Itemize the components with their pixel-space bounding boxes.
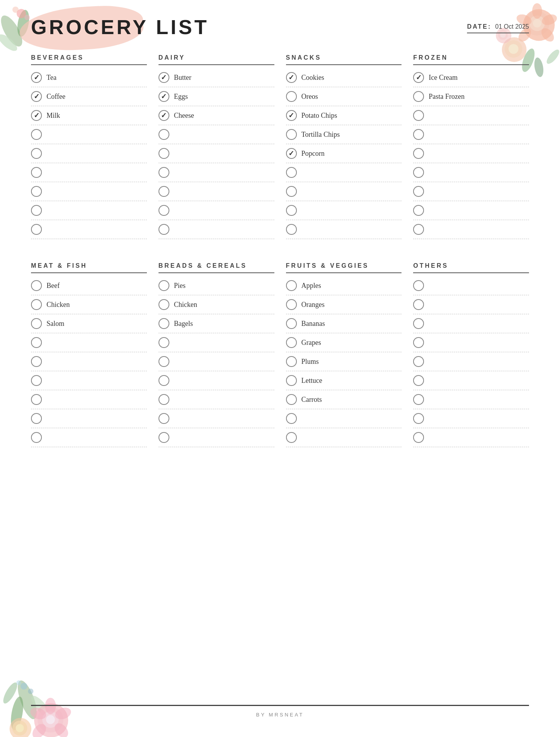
checkbox[interactable] [31, 356, 42, 367]
checkbox[interactable] [413, 432, 424, 443]
list-item[interactable]: Lettuce [286, 371, 402, 390]
list-item[interactable]: ✓Cheese [159, 106, 274, 125]
list-item[interactable]: Bananas [286, 314, 402, 333]
checkbox[interactable]: ✓ [159, 72, 169, 83]
list-item[interactable]: ✓Butter [159, 68, 274, 87]
checkbox[interactable] [31, 394, 42, 405]
checkbox[interactable]: ✓ [286, 148, 297, 159]
checkbox[interactable] [413, 394, 424, 405]
list-item[interactable] [413, 314, 529, 333]
list-item[interactable]: ✓Eggs [159, 87, 274, 106]
checkbox[interactable] [286, 394, 297, 405]
list-item[interactable] [413, 182, 529, 201]
checkbox[interactable] [286, 186, 297, 197]
list-item[interactable]: Pasta Frozen [413, 87, 529, 106]
checkbox[interactable] [159, 413, 169, 424]
list-item[interactable] [413, 276, 529, 295]
list-item[interactable]: ✓Coffee [31, 87, 147, 106]
checkbox[interactable] [413, 167, 424, 178]
list-item[interactable] [31, 428, 147, 447]
checkbox[interactable] [31, 299, 42, 310]
list-item[interactable] [286, 409, 402, 428]
checkbox[interactable] [159, 186, 169, 197]
checkbox[interactable] [286, 129, 297, 140]
list-item[interactable] [413, 333, 529, 352]
list-item[interactable] [159, 390, 274, 409]
list-item[interactable] [413, 163, 529, 182]
list-item[interactable] [159, 352, 274, 371]
checkbox[interactable]: ✓ [31, 72, 42, 83]
checkbox[interactable] [413, 337, 424, 348]
checkbox[interactable] [286, 432, 297, 443]
list-item[interactable] [31, 144, 147, 163]
list-item[interactable] [413, 144, 529, 163]
checkbox[interactable] [159, 318, 169, 329]
list-item[interactable] [413, 220, 529, 239]
list-item[interactable] [31, 125, 147, 144]
list-item[interactable] [31, 409, 147, 428]
checkbox[interactable] [413, 205, 424, 216]
checkbox[interactable] [286, 280, 297, 291]
checkbox[interactable] [31, 148, 42, 159]
checkbox[interactable] [413, 413, 424, 424]
checkbox[interactable] [413, 356, 424, 367]
list-item[interactable]: Salom [31, 314, 147, 333]
list-item[interactable] [159, 163, 274, 182]
list-item[interactable] [159, 182, 274, 201]
checkbox[interactable] [31, 224, 42, 235]
list-item[interactable] [413, 352, 529, 371]
list-item[interactable]: Beef [31, 276, 147, 295]
checkbox[interactable]: ✓ [31, 110, 42, 121]
checkbox[interactable] [159, 337, 169, 348]
checkbox[interactable] [413, 224, 424, 235]
checkbox[interactable] [286, 413, 297, 424]
list-item[interactable]: Bagels [159, 314, 274, 333]
list-item[interactable] [413, 125, 529, 144]
checkbox[interactable] [413, 280, 424, 291]
list-item[interactable]: Tortilla Chips [286, 125, 402, 144]
checkbox[interactable] [31, 318, 42, 329]
checkbox[interactable] [31, 205, 42, 216]
list-item[interactable] [31, 352, 147, 371]
list-item[interactable]: ✓Tea [31, 68, 147, 87]
list-item[interactable] [286, 163, 402, 182]
list-item[interactable] [159, 201, 274, 220]
checkbox[interactable] [413, 299, 424, 310]
checkbox[interactable] [159, 432, 169, 443]
checkbox[interactable] [413, 129, 424, 140]
list-item[interactable]: Apples [286, 276, 402, 295]
list-item[interactable] [31, 182, 147, 201]
checkbox[interactable]: ✓ [159, 110, 169, 121]
list-item[interactable]: ✓Cookies [286, 68, 402, 87]
list-item[interactable] [31, 201, 147, 220]
checkbox[interactable] [159, 129, 169, 140]
checkbox[interactable] [31, 129, 42, 140]
checkbox[interactable] [413, 148, 424, 159]
list-item[interactable] [413, 201, 529, 220]
list-item[interactable] [286, 201, 402, 220]
checkbox[interactable] [31, 375, 42, 386]
list-item[interactable] [286, 182, 402, 201]
checkbox[interactable] [413, 318, 424, 329]
checkbox[interactable] [413, 375, 424, 386]
list-item[interactable]: Oranges [286, 295, 402, 314]
checkbox[interactable] [286, 356, 297, 367]
list-item[interactable] [286, 428, 402, 447]
checkbox[interactable] [159, 394, 169, 405]
list-item[interactable] [31, 163, 147, 182]
list-item[interactable] [31, 220, 147, 239]
checkbox[interactable] [159, 205, 169, 216]
checkbox[interactable] [159, 299, 169, 310]
list-item[interactable] [159, 125, 274, 144]
list-item[interactable] [286, 220, 402, 239]
checkbox[interactable] [159, 375, 169, 386]
checkbox[interactable] [286, 299, 297, 310]
checkbox[interactable] [31, 337, 42, 348]
checkbox[interactable]: ✓ [286, 72, 297, 83]
checkbox[interactable] [413, 110, 424, 121]
list-item[interactable]: Oreos [286, 87, 402, 106]
checkbox[interactable] [413, 91, 424, 102]
checkbox[interactable] [159, 224, 169, 235]
checkbox[interactable] [31, 167, 42, 178]
list-item[interactable] [31, 333, 147, 352]
